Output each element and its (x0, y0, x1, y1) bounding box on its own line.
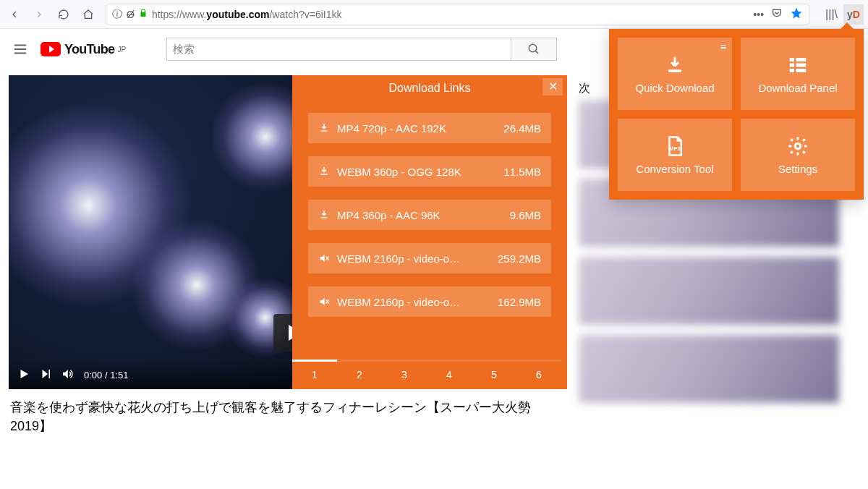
menu-icon[interactable] (12, 41, 29, 58)
download-format: WEBM 360p - OGG 128K (337, 166, 496, 178)
gear-icon (786, 135, 810, 157)
youtube-region: JP (117, 46, 126, 54)
svg-rect-4 (320, 217, 327, 218)
library-icon[interactable]: |||\ (822, 8, 841, 21)
download-page[interactable]: 5 (472, 360, 516, 383)
download-size: 26.4MB (503, 122, 541, 135)
video-title: 音楽を使わず豪快な花火の打ち上げで観客を魅了するフィナーレシーン【スーパー大火勢… (9, 389, 567, 444)
pocket-icon[interactable] (771, 7, 783, 21)
search-button[interactable] (511, 38, 557, 61)
download-item[interactable]: WEBM 360p - OGG 128K11.5MB (308, 156, 551, 187)
browser-toolbar: ⓘ Ø https://www.youtube.com/watch?v=6iI1… (0, 0, 868, 29)
mute-icon (318, 252, 330, 264)
download-page[interactable]: 2 (337, 360, 382, 383)
svg-point-17 (795, 143, 801, 149)
youtube-play-icon (41, 42, 61, 56)
volume-button[interactable] (61, 367, 74, 383)
svg-rect-15 (796, 69, 807, 72)
download-icon (663, 54, 687, 76)
svg-rect-11 (796, 58, 807, 61)
bookmark-star-icon[interactable] (790, 7, 803, 22)
download-links-title: Download Links (389, 82, 471, 95)
reload-button[interactable] (54, 4, 74, 25)
mp3-file-icon: MP3 (663, 135, 687, 157)
extension-popup: Quick Download ≡ Download Panel MP3 Conv… (609, 29, 864, 200)
quick-download-tile[interactable]: Quick Download ≡ (618, 38, 732, 110)
forward-button[interactable] (29, 4, 49, 25)
tile-menu-icon[interactable]: ≡ (720, 42, 726, 52)
lock-icon (139, 8, 148, 20)
related-thumbnail[interactable] (579, 257, 839, 325)
download-size: 9.6MB (510, 209, 541, 221)
download-links-panel: Download Links ✕ MP4 720p - AAC 192K26.4… (292, 75, 567, 389)
download-format: WEBM 2160p - video-o… (337, 252, 490, 265)
download-icon (318, 122, 330, 134)
list-icon (786, 54, 810, 76)
svg-rect-10 (790, 58, 794, 61)
home-button[interactable] (78, 4, 98, 25)
next-button[interactable] (39, 367, 52, 383)
download-item[interactable]: MP4 360p - AAC 96K9.6MB (308, 200, 551, 230)
download-panel-tile[interactable]: Download Panel (741, 38, 855, 110)
download-size: 162.9MB (498, 296, 541, 308)
popup-arrow (841, 22, 854, 29)
video-player[interactable]: 0:00 / 1:51 Download Links ✕ MP4 720p - … (9, 75, 567, 389)
svg-rect-13 (796, 63, 807, 67)
download-page[interactable]: 1 (292, 360, 337, 383)
youtube-logo-text: YouTube (64, 42, 114, 57)
svg-rect-3 (320, 174, 327, 174)
yd-extension-icon[interactable]: yD (843, 4, 864, 25)
related-thumbnail[interactable] (579, 335, 839, 403)
download-page[interactable]: 4 (427, 360, 472, 383)
svg-rect-14 (790, 69, 794, 72)
play-button[interactable] (17, 367, 30, 383)
mute-icon (318, 296, 330, 307)
download-page[interactable]: 3 (382, 360, 427, 383)
page-actions-icon[interactable]: ••• (753, 9, 764, 20)
download-pager: 123456 (292, 360, 567, 383)
svg-rect-2 (320, 130, 327, 131)
download-icon (318, 166, 330, 177)
settings-tile[interactable]: Settings (741, 119, 855, 191)
download-item[interactable]: WEBM 2160p - video-o…162.9MB (308, 286, 551, 317)
youtube-logo[interactable]: YouTube JP (41, 42, 126, 57)
download-format: WEBM 2160p - video-o… (337, 296, 490, 308)
info-icon[interactable]: ⓘ (112, 8, 122, 21)
download-item[interactable]: WEBM 2160p - video-o…259.2MB (308, 243, 551, 273)
download-size: 11.5MB (503, 166, 541, 178)
svg-point-0 (529, 44, 537, 52)
shield-icon[interactable]: Ø (127, 9, 135, 20)
download-format: MP4 720p - AAC 192K (337, 122, 496, 135)
download-size: 259.2MB (498, 252, 541, 265)
svg-text:MP3: MP3 (669, 145, 680, 152)
download-icon (318, 209, 330, 221)
close-button[interactable]: ✕ (542, 78, 563, 95)
download-page[interactable]: 6 (516, 360, 561, 383)
url-text: https://www.youtube.com/watch?v=6iI1kk (152, 9, 749, 20)
conversion-tool-tile[interactable]: MP3 Conversion Tool (618, 119, 732, 191)
download-item[interactable]: MP4 720p - AAC 192K26.4MB (308, 113, 551, 143)
download-format: MP4 360p - AAC 96K (337, 209, 503, 221)
svg-rect-9 (668, 69, 681, 72)
search-input[interactable]: 検索 (166, 38, 511, 61)
svg-rect-12 (790, 63, 794, 67)
player-time: 0:00 / 1:51 (84, 370, 128, 380)
svg-line-1 (535, 51, 538, 54)
address-bar[interactable]: ⓘ Ø https://www.youtube.com/watch?v=6iI1… (106, 4, 809, 25)
back-button[interactable] (4, 4, 25, 25)
